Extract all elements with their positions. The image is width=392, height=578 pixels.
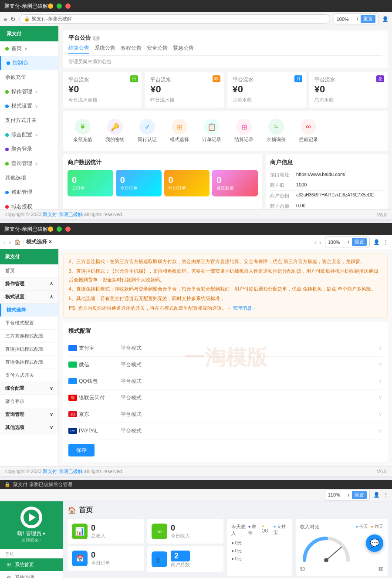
- zoom-minus2[interactable]: −: [342, 239, 345, 245]
- badge-month: 月: [294, 75, 302, 82]
- sidebar1-item-config[interactable]: 综合配置 ∨: [0, 128, 58, 142]
- user-stats-title: 商户数据统计: [68, 159, 258, 166]
- notice-link[interactable]: 管理消息→: [233, 305, 257, 311]
- sidebar1-item-recharge[interactable]: 余额充值: [0, 70, 58, 85]
- mode-arrow-unionpay[interactable]: ∨: [378, 395, 382, 401]
- maximize-btn2[interactable]: [57, 226, 62, 232]
- quick-item-settlement[interactable]: ⊞ 结算记录: [229, 115, 259, 146]
- income-card-merchant-inner: 👥 2 商户总数: [152, 551, 219, 568]
- footer1-link[interactable]: 聚支付-亲测已破解: [43, 212, 83, 217]
- notice-ps: PS: 光方内页面还得通道通用的开关，再在右模式配置里配置相应的通道。→ 管理消…: [69, 304, 382, 313]
- quick-item-verify[interactable]: ✓ 同行认证: [132, 115, 162, 146]
- sidebar2-header-other-arrow: ∨: [50, 425, 53, 430]
- menu-icon[interactable]: ≡: [3, 16, 7, 23]
- sidebar2-header-query[interactable]: 查询管理 ∨: [0, 408, 58, 421]
- sidebar3-logo-img: [20, 507, 42, 528]
- sidebar2-item-nomachine-config[interactable]: 直连免挂模式配置: [0, 356, 58, 369]
- stat-block-channel-content: 0 通道数量: [216, 175, 234, 191]
- back-arrow[interactable]: ‹: [3, 239, 6, 246]
- zoom-plus2[interactable]: +: [347, 239, 350, 245]
- sidebar1-item-domain[interactable]: 域名授权: [0, 199, 58, 209]
- mode-arrow-qq[interactable]: ∨: [378, 378, 382, 384]
- announcement-bar: 平台公告 0 结算公告 系统公告 教程公告 安全公告 紧急公告 管理员尚未添加公…: [63, 30, 388, 68]
- sidebar1-item-mode[interactable]: 模式设置 ∨: [0, 99, 58, 113]
- sidebar1-item-payment[interactable]: 支付方式开关: [0, 113, 58, 128]
- ann-tab-security[interactable]: 安全公告: [147, 44, 168, 54]
- maximize-btn[interactable]: [57, 3, 62, 9]
- sidebar3-item-sysmanage[interactable]: ⚙ 系统管理: [0, 571, 63, 578]
- quick-item-intercept[interactable]: ∞ 拦截记录: [293, 115, 324, 146]
- sidebar2-item-platform-config[interactable]: 平台模式配置: [0, 317, 58, 330]
- quick-item-key[interactable]: 🔑 我的密钥: [100, 115, 130, 146]
- today-order-value3: 0: [91, 551, 110, 560]
- today-order-values: 0 今日订单: [91, 551, 110, 566]
- sidebar2-header-general[interactable]: 综合配置 ∨: [0, 382, 58, 395]
- chevron-icon: ∨: [24, 46, 27, 51]
- footer2-link[interactable]: 聚支付-亲测已破解: [43, 469, 83, 474]
- minimize-btn2[interactable]: [48, 226, 53, 232]
- sidebar2-item-home[interactable]: 首页: [0, 264, 58, 277]
- sidebar1-item-dashboard[interactable]: 控制台: [0, 56, 58, 70]
- sidebar2-item-payment-switch[interactable]: 支付方式开关: [0, 369, 58, 382]
- mode-arrow-jd[interactable]: ∨: [378, 411, 382, 417]
- quick-item-orders[interactable]: 📋 订单记录: [196, 115, 227, 146]
- ann-tab-tutorial[interactable]: 教程公告: [121, 44, 142, 54]
- mode-arrow-alipay[interactable]: ∨: [378, 345, 382, 351]
- notice-box: 2、三方直连模式：在第三方官方搭建取取联方付款，资金由第三方官方直接结算。安全有…: [63, 254, 388, 318]
- close-btn2[interactable]: [65, 226, 71, 232]
- sidebar2-header-mode[interactable]: 模式设置 ∧: [0, 291, 58, 304]
- mode-arrow-paypal[interactable]: ∨: [378, 428, 382, 434]
- sidebar2-header-mode-arrow: ∧: [50, 294, 53, 300]
- sidebar1-item-ops[interactable]: 操作管理 ∨: [0, 85, 58, 99]
- save-mode-btn[interactable]: 保存: [68, 444, 95, 456]
- close-btn[interactable]: [65, 3, 71, 9]
- nav-prev[interactable]: ‹: [314, 239, 317, 246]
- zoom-plus1[interactable]: +: [355, 16, 359, 22]
- ann-tab-settlement[interactable]: 结算公告: [68, 44, 89, 54]
- minimize-btn[interactable]: [48, 3, 53, 9]
- zoom-minus1[interactable]: −: [351, 16, 354, 22]
- quick-item-mode[interactable]: ⊞ 模式选择: [164, 115, 195, 146]
- sidebar3-welcome: 欢迎回来~: [21, 537, 41, 544]
- sidebar1-item-query[interactable]: 查询管理 ∨: [0, 156, 58, 171]
- quick-item-recharge[interactable]: ¥ 余额充值: [68, 115, 98, 146]
- sidebar1-item-other[interactable]: 其他选项: [0, 171, 58, 185]
- sidebar1-item-help[interactable]: 帮助管理: [0, 185, 58, 199]
- forward-arrow[interactable]: ›: [9, 239, 11, 246]
- zoom-minus3[interactable]: −: [342, 492, 345, 498]
- recharge-icon: ¥: [75, 119, 91, 135]
- reset-btn1[interactable]: 重置: [361, 15, 375, 23]
- zoom-control2: 100% − + 重置: [325, 237, 370, 247]
- quick-item-balance[interactable]: ≈ 余额询价: [261, 115, 291, 146]
- dot-icon: [5, 105, 9, 108]
- sidebar2-header-ops[interactable]: 操作管理 ∧: [0, 277, 58, 291]
- reset-btn2[interactable]: 重置: [352, 238, 367, 246]
- zoom-plus3[interactable]: +: [347, 492, 350, 498]
- chat-bubble[interactable]: 💬: [366, 534, 383, 552]
- more-icon3[interactable]: ⋮: [383, 492, 389, 498]
- ann-tab-system[interactable]: 系统公告: [95, 44, 115, 54]
- more-icon2[interactable]: ⋮: [383, 239, 389, 245]
- nav-next[interactable]: ›: [319, 239, 321, 246]
- titlebar2: 聚支付-亲测已破解: [0, 223, 392, 235]
- sidebar2-item-machine-config[interactable]: 直连挂机模式配置: [0, 343, 58, 356]
- refresh-icon[interactable]: ↻: [10, 16, 16, 23]
- sidebar1-item-home[interactable]: 首页 ∨: [0, 41, 58, 56]
- today-alipay: ● 0元: [231, 555, 288, 563]
- sidebar2-item-mode-select[interactable]: 模式选择: [0, 304, 58, 317]
- quick-label-key: 我的密钥: [105, 136, 125, 143]
- mode-label-wechat: 微信: [68, 361, 121, 368]
- footer1-version: V6.8: [377, 212, 387, 217]
- sidebar3-item-home[interactable]: ⊞ 系统首页: [0, 558, 63, 571]
- ann-tab-emergency[interactable]: 紧急公告: [173, 44, 194, 54]
- sidebar1-item-login[interactable]: 聚合登录: [0, 142, 58, 156]
- reset-btn3[interactable]: 重置: [352, 491, 367, 499]
- sidebar2-item-third-config[interactable]: 三方直连模式配置: [0, 330, 58, 343]
- mode-arrow-wechat[interactable]: ∨: [378, 362, 382, 368]
- sidebar2-header-other[interactable]: 其他选项 ∨: [0, 421, 58, 434]
- chevron-icon: ∨: [35, 89, 38, 94]
- today-income-detail: 今天收入 ● 微信 ● QQ ● 支付宝 ● 0元 ● 0元 ● 0元: [227, 519, 292, 576]
- sidebar2-item-aggregation[interactable]: 聚合登录: [0, 395, 58, 408]
- breadcrumb-home[interactable]: 🏠: [14, 239, 21, 245]
- dot-icon: [7, 61, 10, 65]
